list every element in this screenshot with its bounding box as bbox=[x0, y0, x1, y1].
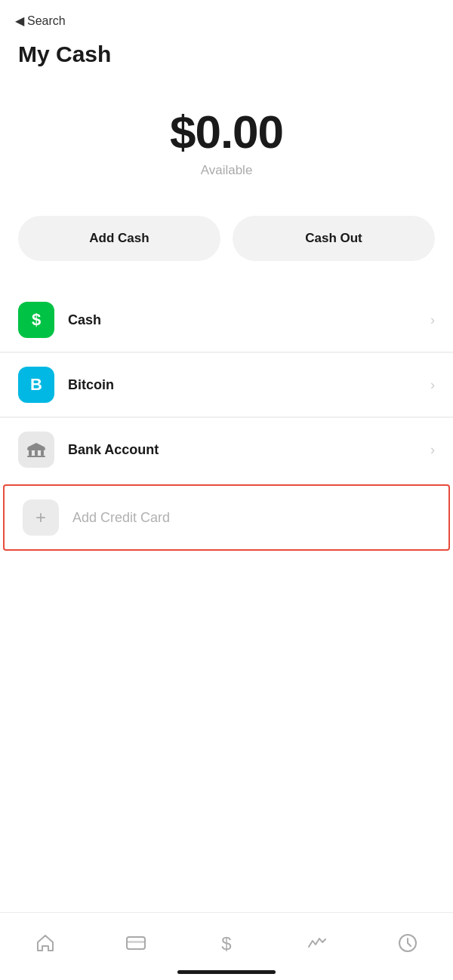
action-buttons: Add Cash Cash Out bbox=[0, 193, 453, 288]
cash-chevron-icon: › bbox=[430, 312, 435, 328]
activity-icon bbox=[307, 932, 328, 954]
page-title: My Cash bbox=[0, 34, 453, 67]
bank-chevron-icon: › bbox=[430, 442, 435, 458]
bank-account-label: Bank Account bbox=[68, 442, 430, 458]
svg-text:$: $ bbox=[221, 933, 231, 953]
nav-dollar[interactable]: $ bbox=[181, 932, 272, 954]
balance-section: $0.00 Available bbox=[0, 67, 453, 193]
nav-activity[interactable] bbox=[272, 932, 362, 954]
add-credit-card-label: Add Credit Card bbox=[72, 510, 430, 526]
svg-rect-6 bbox=[127, 941, 145, 943]
balance-label: Available bbox=[201, 163, 253, 178]
back-arrow-icon: ◀ bbox=[15, 14, 24, 28]
nav-card[interactable] bbox=[91, 932, 181, 954]
svg-rect-3 bbox=[41, 450, 44, 456]
bitcoin-menu-item[interactable]: B Bitcoin › bbox=[0, 353, 453, 417]
bitcoin-chevron-icon: › bbox=[430, 377, 435, 393]
bank-account-menu-item[interactable]: Bank Account › bbox=[0, 418, 453, 481]
svg-rect-4 bbox=[27, 456, 45, 457]
add-cash-button[interactable]: Add Cash bbox=[18, 216, 220, 261]
bitcoin-icon: B bbox=[18, 367, 54, 403]
cash-out-button[interactable]: Cash Out bbox=[233, 216, 435, 261]
svg-rect-2 bbox=[35, 450, 38, 456]
balance-amount: $0.00 bbox=[170, 105, 283, 158]
menu-list: $ Cash › B Bitcoin › Bank Account › bbox=[0, 288, 453, 481]
svg-rect-0 bbox=[27, 447, 45, 450]
card-icon bbox=[125, 932, 146, 954]
dollar-icon: $ bbox=[216, 932, 237, 954]
bitcoin-label: Bitcoin bbox=[68, 377, 430, 393]
add-credit-card-plus-icon: + bbox=[23, 499, 59, 536]
cash-label: Cash bbox=[68, 312, 430, 328]
cash-icon: $ bbox=[18, 302, 54, 338]
nav-home[interactable] bbox=[0, 932, 91, 954]
nav-clock[interactable] bbox=[362, 932, 453, 954]
add-credit-card-row[interactable]: + Add Credit Card bbox=[3, 484, 450, 551]
back-navigation[interactable]: ◀ Search bbox=[0, 0, 453, 34]
home-indicator bbox=[177, 970, 276, 974]
svg-rect-1 bbox=[29, 450, 32, 456]
cash-menu-item[interactable]: $ Cash › bbox=[0, 288, 453, 352]
clock-icon bbox=[397, 932, 418, 954]
home-icon bbox=[35, 932, 56, 954]
bank-icon bbox=[18, 432, 54, 468]
back-label: Search bbox=[27, 14, 66, 28]
